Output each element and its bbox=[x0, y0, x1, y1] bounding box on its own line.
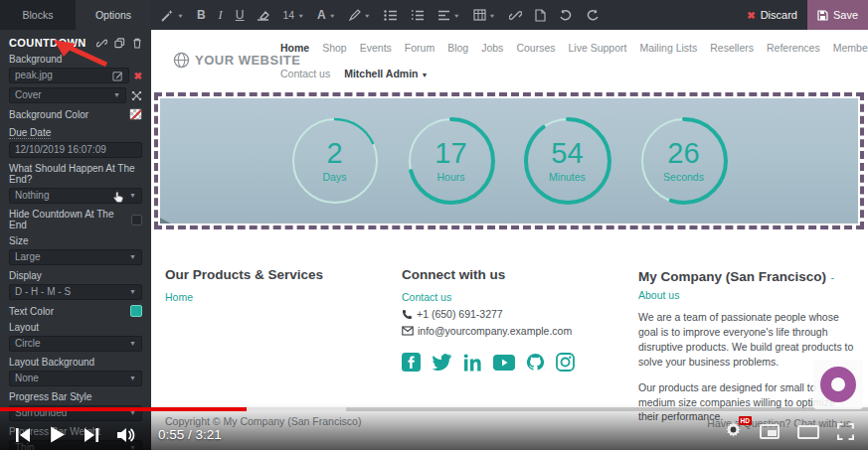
twitter-icon[interactable] bbox=[432, 354, 452, 371]
bullet-list-button[interactable] bbox=[384, 10, 398, 21]
underline-button[interactable]: U bbox=[236, 8, 245, 22]
nav-link[interactable]: Mailing Lists bbox=[639, 42, 697, 54]
background-fit-select[interactable]: Cover ▼ bbox=[9, 87, 126, 103]
save-button[interactable]: Save bbox=[807, 0, 868, 30]
font-color-button[interactable]: A ▼ bbox=[317, 8, 336, 22]
background-file-input[interactable]: peak.jpg bbox=[9, 68, 129, 83]
align-left-icon bbox=[437, 10, 450, 21]
save-icon bbox=[817, 10, 828, 21]
nav-link[interactable]: Shop bbox=[322, 42, 347, 54]
edit-icon[interactable] bbox=[112, 71, 123, 81]
play-button[interactable] bbox=[48, 425, 67, 444]
media-button[interactable] bbox=[535, 9, 546, 22]
italic-button[interactable]: I bbox=[219, 8, 223, 23]
due-date-label: Due Date bbox=[9, 127, 51, 139]
miniplayer-button[interactable] bbox=[760, 424, 780, 439]
settings-button[interactable]: HD bbox=[725, 421, 742, 442]
text-color-swatch[interactable] bbox=[130, 305, 142, 317]
footer-contact-link[interactable]: Contact us bbox=[402, 291, 630, 303]
previous-track-button[interactable] bbox=[14, 426, 32, 444]
nav-link[interactable]: Forum bbox=[405, 42, 434, 54]
nav-link[interactable]: Resellers bbox=[710, 42, 754, 54]
remove-background-button[interactable]: ✖ bbox=[134, 71, 142, 81]
chevron-down-icon: ▼ bbox=[177, 12, 184, 18]
nav-link[interactable]: Courses bbox=[516, 42, 555, 54]
magic-wand-button[interactable]: ▼ bbox=[161, 9, 184, 22]
facebook-icon[interactable] bbox=[402, 353, 421, 372]
chevron-down-icon: ▼ bbox=[113, 88, 120, 102]
countdown-value: 54 bbox=[522, 137, 613, 170]
bold-button[interactable]: B bbox=[197, 8, 206, 22]
countdown-unit-days: 2 Days bbox=[289, 115, 381, 207]
fullscreen-button[interactable] bbox=[837, 423, 854, 440]
hide-countdown-checkbox[interactable] bbox=[131, 215, 142, 225]
hide-countdown-label: Hide Countdown At The End bbox=[9, 209, 131, 230]
trash-icon[interactable] bbox=[132, 38, 142, 49]
screen: Blocks Options ▼ B I U 14 ▼ A ▼ bbox=[0, 0, 868, 450]
highlight-button[interactable]: ▼ bbox=[349, 9, 371, 21]
livechat-watermark[interactable] bbox=[813, 360, 863, 409]
footer-connect-title: Connect with us bbox=[402, 267, 630, 282]
chevron-down-icon: ▼ bbox=[453, 12, 460, 18]
remove-format-button[interactable] bbox=[257, 9, 269, 21]
font-size-button[interactable]: 14 ▼ bbox=[282, 9, 304, 21]
volume-button[interactable] bbox=[116, 426, 136, 444]
nav-link[interactable]: Blog bbox=[447, 42, 468, 54]
align-button[interactable]: ▼ bbox=[437, 10, 460, 21]
end-action-select[interactable]: Nothing ▼ bbox=[9, 188, 142, 204]
footer-phone[interactable]: +1 (650) 691-3277 bbox=[402, 308, 630, 320]
globe-icon bbox=[173, 52, 190, 69]
linkedin-icon[interactable] bbox=[463, 354, 482, 372]
instagram-icon[interactable] bbox=[556, 353, 575, 372]
chevron-down-icon: ▼ bbox=[129, 285, 136, 299]
display-select[interactable]: D - H - M - S ▼ bbox=[9, 284, 142, 300]
size-select[interactable]: Large ▼ bbox=[9, 249, 142, 265]
footer-connect-column: Connect with us Contact us +1 (650) 691-… bbox=[402, 267, 630, 372]
video-controls: 0:55 / 3:21 HD bbox=[0, 410, 868, 450]
link-icon bbox=[509, 9, 522, 22]
due-date-input[interactable]: 12/10/2019 16:07:09 bbox=[9, 142, 142, 158]
tab-blocks[interactable]: Blocks bbox=[0, 0, 76, 30]
countdown-label: Seconds bbox=[638, 171, 730, 183]
table-button[interactable]: ▼ bbox=[473, 9, 496, 21]
nav-link[interactable]: Members bbox=[833, 42, 868, 54]
nav-link[interactable]: Home bbox=[280, 42, 309, 54]
countdown-section-selected[interactable]: 2 Days 17 Hours 54 Minutes bbox=[154, 92, 864, 229]
youtube-icon[interactable] bbox=[493, 355, 515, 371]
link-button[interactable] bbox=[509, 9, 522, 22]
footer-products-title: Our Products & Services bbox=[165, 267, 384, 282]
theater-mode-button[interactable] bbox=[797, 425, 819, 439]
site-logo-text: YOUR WEBSITE bbox=[195, 53, 300, 68]
magic-wand-icon bbox=[161, 9, 174, 22]
redo-button[interactable] bbox=[586, 9, 600, 21]
undo-button[interactable] bbox=[559, 9, 573, 21]
countdown-label: Minutes bbox=[522, 171, 613, 183]
nav-link[interactable]: References bbox=[767, 42, 820, 54]
countdown-background-image: 2 Days 17 Hours 54 Minutes bbox=[160, 98, 858, 224]
numbered-list-button[interactable] bbox=[411, 10, 425, 21]
nav-contact-us[interactable]: Contact us bbox=[280, 68, 330, 79]
pen-icon bbox=[349, 9, 361, 21]
chevron-down-icon: ▼ bbox=[489, 12, 496, 18]
site-logo[interactable]: YOUR WEBSITE bbox=[173, 52, 300, 69]
next-track-button[interactable] bbox=[83, 426, 100, 444]
size-label: Size bbox=[9, 235, 142, 246]
tab-options[interactable]: Options bbox=[76, 0, 151, 30]
nav-link[interactable]: Live Support bbox=[568, 42, 626, 54]
table-icon bbox=[473, 9, 486, 21]
layout-background-select[interactable]: None ▼ bbox=[9, 371, 142, 386]
github-icon[interactable] bbox=[526, 353, 545, 372]
nav-user-menu[interactable]: Mitchell Admin ▼ bbox=[344, 68, 428, 79]
resize-icon[interactable] bbox=[131, 90, 142, 101]
nav-link[interactable]: Events bbox=[360, 42, 392, 54]
clone-icon[interactable] bbox=[114, 38, 125, 49]
hd-badge: HD bbox=[739, 416, 752, 425]
layout-select[interactable]: Circle ▼ bbox=[9, 336, 142, 352]
nav-link[interactable]: Jobs bbox=[481, 42, 503, 54]
footer-email[interactable]: info@yourcompany.example.com bbox=[402, 325, 630, 337]
footer-home-link[interactable]: Home bbox=[165, 291, 384, 303]
list-ul-icon bbox=[384, 10, 398, 21]
discard-button[interactable]: ✖ Discard bbox=[747, 9, 797, 21]
options-panel: COUNTDOWN Background peak.jpg ✖ Cover ▼ … bbox=[0, 30, 151, 450]
background-color-swatch[interactable] bbox=[129, 108, 142, 120]
